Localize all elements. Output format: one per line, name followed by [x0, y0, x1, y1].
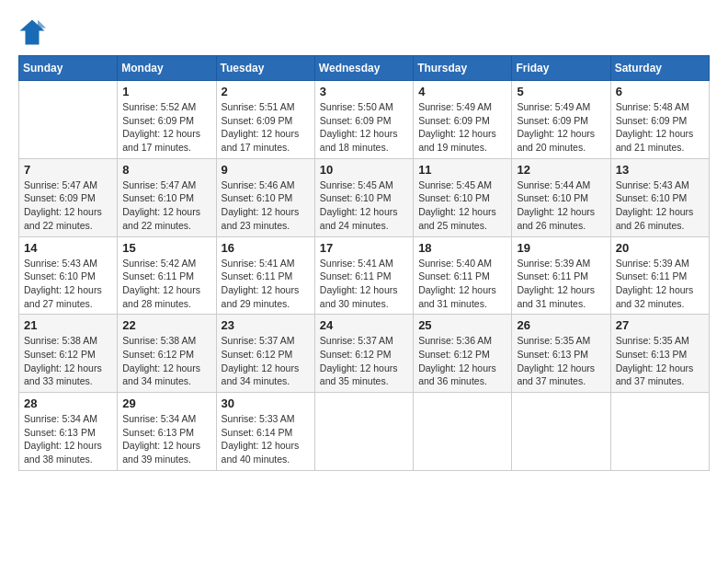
calendar-cell: 17Sunrise: 5:41 AMSunset: 6:11 PMDayligh… [314, 236, 413, 315]
week-row-0: 1Sunrise: 5:52 AMSunset: 6:09 PMDaylight… [19, 81, 710, 159]
calendar-cell: 18Sunrise: 5:40 AMSunset: 6:11 PMDayligh… [414, 236, 512, 315]
weekday-header-tuesday: Tuesday [216, 56, 314, 81]
day-info: Sunrise: 5:45 AMSunset: 6:10 PMDaylight:… [418, 178, 506, 233]
week-row-1: 7Sunrise: 5:47 AMSunset: 6:09 PMDaylight… [19, 158, 710, 236]
day-info: Sunrise: 5:52 AMSunset: 6:09 PMDaylight:… [122, 100, 210, 155]
day-info: Sunrise: 5:39 AMSunset: 6:11 PMDaylight:… [517, 257, 605, 311]
weekday-header-monday: Monday [118, 56, 216, 81]
calendar-cell: 13Sunrise: 5:43 AMSunset: 6:10 PMDayligh… [610, 158, 709, 236]
calendar-cell: 5Sunrise: 5:49 AMSunset: 6:09 PMDaylight… [512, 81, 610, 159]
day-info: Sunrise: 5:41 AMSunset: 6:11 PMDaylight:… [222, 257, 310, 311]
day-info: Sunrise: 5:49 AMSunset: 6:09 PMDaylight:… [517, 100, 605, 155]
day-info: Sunrise: 5:35 AMSunset: 6:13 PMDaylight:… [616, 334, 704, 388]
week-row-4: 28Sunrise: 5:34 AMSunset: 6:13 PMDayligh… [19, 393, 710, 471]
calendar-cell: 11Sunrise: 5:45 AMSunset: 6:10 PMDayligh… [414, 158, 512, 236]
calendar-cell [512, 393, 610, 471]
calendar-cell: 10Sunrise: 5:45 AMSunset: 6:10 PMDayligh… [314, 158, 413, 236]
day-number: 2 [222, 85, 310, 98]
week-row-3: 21Sunrise: 5:38 AMSunset: 6:12 PMDayligh… [19, 315, 710, 393]
logo [18, 18, 50, 46]
day-number: 13 [616, 163, 704, 177]
day-info: Sunrise: 5:40 AMSunset: 6:11 PMDaylight:… [418, 257, 506, 311]
day-number: 17 [320, 241, 408, 255]
header [18, 18, 710, 46]
calendar-cell: 30Sunrise: 5:33 AMSunset: 6:14 PMDayligh… [216, 393, 314, 471]
day-number: 8 [122, 163, 210, 177]
day-info: Sunrise: 5:43 AMSunset: 6:10 PMDaylight:… [24, 257, 112, 311]
day-info: Sunrise: 5:36 AMSunset: 6:12 PMDaylight:… [418, 334, 506, 388]
weekday-header-thursday: Thursday [414, 56, 512, 81]
weekday-header-saturday: Saturday [610, 56, 709, 81]
calendar-cell: 8Sunrise: 5:47 AMSunset: 6:10 PMDaylight… [118, 158, 216, 236]
day-info: Sunrise: 5:49 AMSunset: 6:09 PMDaylight:… [418, 100, 506, 155]
day-number: 3 [320, 85, 408, 98]
day-info: Sunrise: 5:33 AMSunset: 6:14 PMDaylight:… [222, 412, 310, 466]
day-number: 11 [418, 163, 506, 177]
day-number: 16 [222, 241, 310, 255]
week-row-2: 14Sunrise: 5:43 AMSunset: 6:10 PMDayligh… [19, 236, 710, 315]
day-info: Sunrise: 5:42 AMSunset: 6:11 PMDaylight:… [122, 257, 210, 311]
svg-marker-1 [38, 20, 46, 29]
calendar-cell [610, 393, 709, 471]
calendar-cell: 2Sunrise: 5:51 AMSunset: 6:09 PMDaylight… [216, 81, 314, 159]
calendar-cell [19, 81, 118, 159]
day-number: 22 [122, 318, 210, 332]
day-info: Sunrise: 5:44 AMSunset: 6:10 PMDaylight:… [517, 178, 605, 233]
calendar-cell [414, 393, 512, 471]
calendar-cell: 14Sunrise: 5:43 AMSunset: 6:10 PMDayligh… [19, 236, 118, 315]
day-number: 7 [24, 163, 112, 177]
day-info: Sunrise: 5:45 AMSunset: 6:10 PMDaylight:… [320, 178, 408, 233]
day-number: 29 [122, 396, 210, 410]
day-info: Sunrise: 5:47 AMSunset: 6:09 PMDaylight:… [24, 178, 112, 233]
day-number: 14 [24, 241, 112, 255]
calendar-cell: 19Sunrise: 5:39 AMSunset: 6:11 PMDayligh… [512, 236, 610, 315]
day-info: Sunrise: 5:41 AMSunset: 6:11 PMDaylight:… [320, 257, 408, 311]
day-info: Sunrise: 5:38 AMSunset: 6:12 PMDaylight:… [122, 334, 210, 388]
calendar-cell: 16Sunrise: 5:41 AMSunset: 6:11 PMDayligh… [216, 236, 314, 315]
day-info: Sunrise: 5:43 AMSunset: 6:10 PMDaylight:… [616, 178, 704, 233]
day-number: 6 [616, 85, 704, 98]
day-number: 9 [222, 163, 310, 177]
day-info: Sunrise: 5:39 AMSunset: 6:11 PMDaylight:… [616, 257, 704, 311]
calendar-cell: 15Sunrise: 5:42 AMSunset: 6:11 PMDayligh… [118, 236, 216, 315]
day-info: Sunrise: 5:35 AMSunset: 6:13 PMDaylight:… [517, 334, 605, 388]
calendar-cell: 29Sunrise: 5:34 AMSunset: 6:13 PMDayligh… [118, 393, 216, 471]
day-number: 1 [122, 85, 210, 98]
day-number: 27 [616, 318, 704, 332]
calendar-cell: 22Sunrise: 5:38 AMSunset: 6:12 PMDayligh… [118, 315, 216, 393]
day-number: 26 [517, 318, 605, 332]
day-number: 28 [24, 396, 112, 410]
weekday-header-row: SundayMondayTuesdayWednesdayThursdayFrid… [19, 56, 710, 81]
calendar-cell: 27Sunrise: 5:35 AMSunset: 6:13 PMDayligh… [610, 315, 709, 393]
weekday-header-sunday: Sunday [19, 56, 118, 81]
calendar-cell: 26Sunrise: 5:35 AMSunset: 6:13 PMDayligh… [512, 315, 610, 393]
calendar-cell: 1Sunrise: 5:52 AMSunset: 6:09 PMDaylight… [118, 81, 216, 159]
day-number: 5 [517, 85, 605, 98]
day-number: 4 [418, 85, 506, 98]
day-number: 12 [517, 163, 605, 177]
calendar-cell: 25Sunrise: 5:36 AMSunset: 6:12 PMDayligh… [414, 315, 512, 393]
day-info: Sunrise: 5:47 AMSunset: 6:10 PMDaylight:… [122, 178, 210, 233]
day-number: 21 [24, 318, 112, 332]
day-info: Sunrise: 5:37 AMSunset: 6:12 PMDaylight:… [222, 334, 310, 388]
day-info: Sunrise: 5:48 AMSunset: 6:09 PMDaylight:… [616, 100, 704, 155]
calendar-cell: 24Sunrise: 5:37 AMSunset: 6:12 PMDayligh… [314, 315, 413, 393]
day-info: Sunrise: 5:37 AMSunset: 6:12 PMDaylight:… [320, 334, 408, 388]
calendar-cell: 9Sunrise: 5:46 AMSunset: 6:10 PMDaylight… [216, 158, 314, 236]
weekday-header-friday: Friday [512, 56, 610, 81]
day-info: Sunrise: 5:34 AMSunset: 6:13 PMDaylight:… [24, 412, 112, 466]
day-info: Sunrise: 5:38 AMSunset: 6:12 PMDaylight:… [24, 334, 112, 388]
day-number: 10 [320, 163, 408, 177]
calendar-cell: 3Sunrise: 5:50 AMSunset: 6:09 PMDaylight… [314, 81, 413, 159]
calendar-cell: 21Sunrise: 5:38 AMSunset: 6:12 PMDayligh… [19, 315, 118, 393]
day-number: 19 [517, 241, 605, 255]
calendar-cell: 12Sunrise: 5:44 AMSunset: 6:10 PMDayligh… [512, 158, 610, 236]
day-number: 30 [222, 396, 310, 410]
day-info: Sunrise: 5:46 AMSunset: 6:10 PMDaylight:… [222, 178, 310, 233]
day-number: 25 [418, 318, 506, 332]
calendar-cell: 28Sunrise: 5:34 AMSunset: 6:13 PMDayligh… [19, 393, 118, 471]
calendar-cell: 4Sunrise: 5:49 AMSunset: 6:09 PMDaylight… [414, 81, 512, 159]
logo-icon [18, 18, 46, 46]
day-number: 15 [122, 241, 210, 255]
calendar-table: SundayMondayTuesdayWednesdayThursdayFrid… [18, 55, 710, 471]
